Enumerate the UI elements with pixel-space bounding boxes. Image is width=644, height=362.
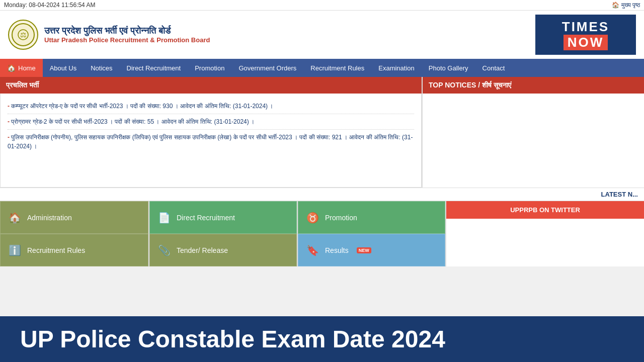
nav-promotion[interactable]: Promotion [188, 59, 231, 77]
header-left: ⚖ उत्तर प्रदेश पुलिस भर्ती एवं प्रोन्नति… [8, 20, 210, 50]
bottom-overlay-text: UP Police Constable Exam Date 2024 [20, 325, 624, 353]
direct-recruitment-label: Direct Recruitment [177, 214, 235, 222]
twitter-content [446, 219, 644, 266]
notice-item-3[interactable]: - पुलिस उपनिरीक्षक (गोपनीय), पुलिस सहायक… [8, 130, 414, 154]
card-results[interactable]: 🔖 Results NEW [298, 234, 445, 266]
nav-notices[interactable]: Notices [84, 59, 119, 77]
notice-item-1[interactable]: - कम्प्यूटर ऑपरेटर ग्रेड-ए के पदों पर सी… [8, 99, 414, 114]
notice-item-2[interactable]: - प्रोग्रामर ग्रेड-2 के पदों पर सीधी भर्… [8, 114, 414, 130]
nav-recruitment-rules[interactable]: Recruitment Rules [303, 59, 371, 77]
card-recruitment-rules[interactable]: ℹ️ Recruitment Rules [0, 234, 148, 266]
nav-about[interactable]: About Us [43, 59, 84, 77]
twitter-panel: UPPRPB ON TWITTER [445, 201, 644, 266]
site-header: ⚖ उत्तर प्रदेश पुलिस भर्ती एवं प्रोन्नति… [0, 11, 644, 59]
top-notices-header: TOP NOTICES / शीर्ष सूचनाएं [423, 77, 644, 94]
times-now-logo: TIMES NOW [535, 15, 636, 55]
cards-col-3: ♉ Promotion 🔖 Results NEW [297, 201, 445, 266]
main-navbar: 🏠 Home About Us Notices Direct Recruitme… [0, 59, 644, 77]
org-name-block: उत्तर प्रदेश पुलिस भर्ती एवं प्रोन्नति ब… [44, 26, 210, 44]
top-notices-section: TOP NOTICES / शीर्ष सूचनाएं [423, 77, 644, 188]
twitter-header: UPPRPB ON TWITTER [446, 201, 644, 219]
home-icon: 🏠 [7, 64, 16, 72]
top-bar: Monday: 08-04-2024 11:56:54 AM 🏠 मुख्य प… [0, 0, 644, 11]
times-label: TIMES [562, 19, 609, 35]
top-notices-content [423, 94, 644, 188]
card-direct-recruitment[interactable]: 📄 Direct Recruitment [149, 201, 297, 234]
page-root: Monday: 08-04-2024 11:56:54 AM 🏠 मुख्य प… [0, 0, 644, 362]
datetime: Monday: 08-04-2024 11:56:54 AM [4, 2, 95, 9]
nav-home[interactable]: 🏠 Home [0, 59, 43, 77]
latest-label: LATEST N... [601, 191, 638, 198]
tender-release-icon: 📎 [158, 244, 171, 256]
results-label: Results [325, 246, 349, 254]
bottom-overlay: UP Police Constable Exam Date 2024 [0, 316, 644, 362]
nav-home-label: Home [18, 64, 36, 72]
org-name-hindi: उत्तर प्रदेश पुलिस भर्ती एवं प्रोन्नति ब… [44, 26, 210, 36]
main-content-row: प्रचलित भर्ती - कम्प्यूटर ऑपरेटर ग्रेड-ए… [0, 77, 644, 188]
card-administration[interactable]: 🏠 Administration [0, 201, 148, 234]
latest-bar: LATEST N... [0, 188, 644, 201]
administration-label: Administration [27, 214, 72, 222]
org-name-english: Uttar Pradesh Police Recruitment & Promo… [44, 36, 210, 44]
cards-row: 🏠 Administration ℹ️ Recruitment Rules 📄 … [0, 201, 644, 266]
administration-icon: 🏠 [9, 212, 21, 224]
home-link[interactable]: 🏠 मुख्य पृष्ठ [612, 2, 640, 9]
cards-col-1: 🏠 Administration ℹ️ Recruitment Rules [0, 201, 148, 266]
direct-recruitment-icon: 📄 [158, 212, 171, 224]
recruitment-rules-label: Recruitment Rules [27, 246, 85, 254]
svg-text:⚖: ⚖ [20, 31, 27, 39]
pravachalit-section: प्रचलित भर्ती - कम्प्यूटर ऑपरेटर ग्रेड-ए… [0, 77, 423, 188]
nav-direct-recruitment[interactable]: Direct Recruitment [120, 59, 188, 77]
card-promotion[interactable]: ♉ Promotion [298, 201, 445, 234]
org-logo: ⚖ [8, 20, 38, 50]
card-tender-release[interactable]: 📎 Tender/ Release [149, 234, 297, 266]
recruitment-rules-icon: ℹ️ [9, 244, 21, 256]
new-badge: NEW [357, 247, 371, 253]
promotion-label: Promotion [325, 214, 357, 222]
pravachalit-header: प्रचलित भर्ती [0, 77, 422, 94]
nav-government-orders[interactable]: Government Orders [231, 59, 303, 77]
promotion-icon: ♉ [306, 212, 319, 224]
nav-photo-gallery[interactable]: Photo Gallery [422, 59, 475, 77]
cards-col-2: 📄 Direct Recruitment 📎 Tender/ Release [148, 201, 297, 266]
results-icon: 🔖 [306, 244, 319, 256]
tender-release-label: Tender/ Release [177, 246, 228, 254]
nav-examination[interactable]: Examination [371, 59, 422, 77]
notices-list: - कम्प्यूटर ऑपरेटर ग्रेड-ए के पदों पर सी… [0, 94, 422, 188]
nav-contact[interactable]: Contact [475, 59, 512, 77]
now-label: NOW [564, 35, 608, 50]
